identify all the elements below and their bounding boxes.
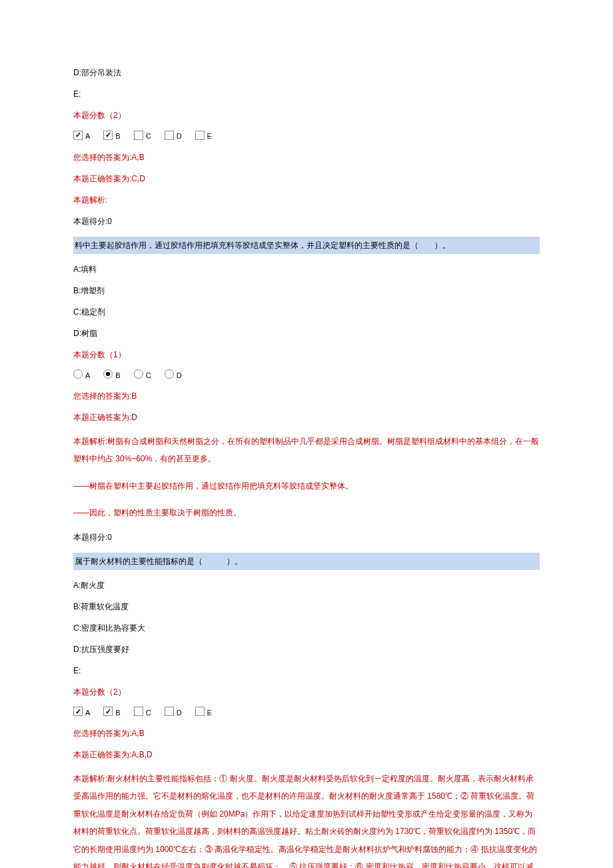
q2-correct-answer: 本题正确答案为:D	[73, 411, 540, 423]
q2-explanation-line3: ——因此，塑料的性质主要取决于树脂的性质。	[73, 504, 540, 521]
checkbox-icon[interactable]	[103, 131, 113, 140]
q2-explanation: 本题解析:树脂有合成树脂和天然树脂之分，在所有的塑料制品中几乎都是采用合成树脂。…	[73, 433, 540, 468]
answer-label: A	[85, 707, 90, 719]
checkbox-icon[interactable]	[195, 131, 205, 140]
explanation-prefix: 本题解析:	[73, 437, 107, 446]
answer-label: B	[115, 370, 120, 381]
q3-selected-answer: 您选择的答案为:A,B	[73, 727, 540, 739]
radio-icon[interactable]	[134, 369, 143, 379]
answer-label: B	[115, 707, 120, 719]
answer-label: D	[177, 370, 182, 381]
q2-option-c: C:稳定剂	[73, 306, 540, 318]
q2-question: 料中主要起胶结作用，通过胶结作用把填充料等胶结成坚实整体，并且决定塑料的主要性质…	[73, 237, 540, 254]
explanation-prefix: 本题解析:	[73, 774, 107, 783]
checkbox-icon[interactable]	[165, 707, 174, 716]
checkbox-icon[interactable]	[73, 707, 83, 716]
q1-option-e: E:	[73, 88, 540, 100]
checkbox-icon[interactable]	[165, 131, 174, 140]
q2-selected-answer: 您选择的答案为:B	[73, 390, 540, 402]
q1-option-d: D:部分吊装法	[73, 67, 540, 79]
q1-answer-row: A B C D E	[73, 131, 540, 142]
q1-points-label: 本题分数（2）	[73, 109, 540, 121]
answer-label: A	[85, 131, 90, 142]
q3-correct-answer: 本题正确答案为:A,B,D	[73, 749, 540, 761]
checkbox-icon[interactable]	[134, 707, 143, 716]
explanation-text: 树脂有合成树脂和天然树脂之分，在所有的塑料制品中几乎都是采用合成树脂。树脂是塑料…	[73, 437, 539, 463]
q3-answer-row: A B C D E	[73, 707, 540, 719]
q1-correct-answer: 本题正确答案为:C,D	[73, 173, 540, 185]
q2-score-label: 本题得分:0	[73, 531, 540, 543]
answer-label: E	[207, 131, 212, 142]
q2-option-d: D:树脂	[73, 327, 540, 339]
answer-label: D	[177, 131, 182, 142]
answer-label: C	[146, 707, 151, 719]
q3-question: 属于耐火材料的主要性能指标的是（ ）。	[73, 553, 540, 570]
checkbox-icon[interactable]	[73, 131, 83, 140]
q2-option-a: A:填料	[73, 263, 540, 275]
q3-option-e: E:	[73, 665, 540, 677]
q3-option-b: B:荷重软化温度	[73, 601, 540, 613]
checkbox-icon[interactable]	[103, 707, 113, 716]
checkbox-icon[interactable]	[195, 707, 205, 716]
q3-points-label: 本题分数（2）	[73, 686, 540, 698]
q1-selected-answer: 您选择的答案为:A,B	[73, 151, 540, 163]
q3-option-d: D:抗压强度要好	[73, 643, 540, 655]
q1-score-label: 本题得分:0	[73, 215, 540, 227]
q2-option-b: B:增塑剂	[73, 285, 540, 297]
q1-explanation-label: 本题解析:	[73, 194, 540, 206]
answer-label: D	[177, 707, 182, 719]
radio-icon[interactable]	[73, 369, 83, 379]
q3-explanation: 本题解析:耐火材料的主要性能指标包括：① 耐火度。耐火度是耐火材料受热后软化到一…	[73, 770, 540, 868]
answer-label: C	[146, 131, 151, 142]
radio-icon[interactable]	[165, 369, 174, 379]
answer-label: B	[115, 131, 120, 142]
answer-label: C	[146, 370, 151, 381]
q2-explanation-line2: ——树脂在塑料中主要起胶结作用，通过胶结作用把填充料等胶结成坚实整体。	[73, 477, 540, 495]
explanation-text: 耐火材料的主要性能指标包括：① 耐火度。耐火度是耐火材料受热后软化到一定程度的温…	[73, 774, 537, 868]
radio-icon[interactable]	[103, 369, 113, 379]
q3-option-c: C:密度和比热容要大	[73, 622, 540, 634]
answer-label: A	[85, 370, 90, 381]
q2-points-label: 本题分数（1）	[73, 349, 540, 361]
answer-label: E	[207, 707, 212, 719]
q3-option-a: A:耐火度	[73, 579, 540, 591]
q2-answer-row: A B C D	[73, 370, 540, 381]
checkbox-icon[interactable]	[134, 131, 143, 140]
